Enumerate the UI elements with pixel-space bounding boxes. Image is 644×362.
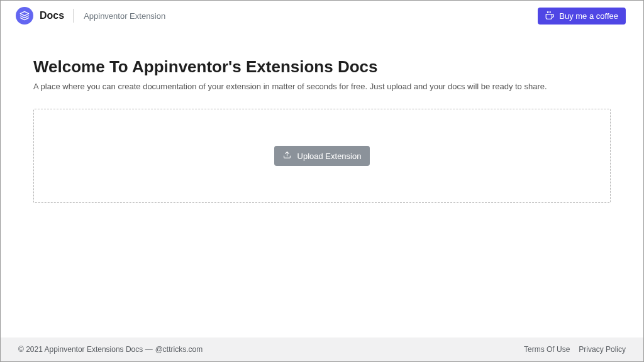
header: Docs Appinventor Extension Buy me a coff…	[1, 1, 643, 31]
brand-link[interactable]: Docs	[16, 7, 64, 25]
page-title: Welcome To Appinventor's Extensions Docs	[33, 57, 611, 77]
footer-left: © 2021 Appinventor Extensions Docs — @ct…	[18, 345, 203, 354]
header-left: Docs Appinventor Extension	[16, 7, 165, 25]
footer-author-link[interactable]: @cttricks.com	[155, 345, 203, 354]
svg-marker-0	[20, 11, 28, 16]
page-subtitle: A place where you can create documentati…	[33, 82, 611, 91]
layers-icon	[16, 7, 33, 25]
upload-dropzone[interactable]: Upload Extension	[33, 109, 611, 203]
footer-right: Terms Of Use Privacy Policy	[524, 345, 626, 354]
upload-icon	[283, 151, 291, 161]
footer: © 2021 Appinventor Extensions Docs — @ct…	[1, 337, 643, 361]
coffee-icon	[545, 11, 554, 20]
upload-extension-button[interactable]: Upload Extension	[274, 146, 370, 166]
sub-brand-label: Appinventor Extension	[84, 11, 165, 21]
footer-copyright: © 2021 Appinventor Extensions Docs —	[18, 345, 153, 354]
buy-coffee-button[interactable]: Buy me a coffee	[538, 8, 626, 25]
buy-coffee-label: Buy me a coffee	[559, 11, 618, 21]
terms-link[interactable]: Terms Of Use	[524, 345, 570, 354]
privacy-link[interactable]: Privacy Policy	[579, 345, 626, 354]
brand-title: Docs	[40, 10, 64, 21]
main-content: Welcome To Appinventor's Extensions Docs…	[1, 31, 643, 337]
divider	[73, 9, 74, 23]
upload-button-label: Upload Extension	[297, 151, 362, 161]
